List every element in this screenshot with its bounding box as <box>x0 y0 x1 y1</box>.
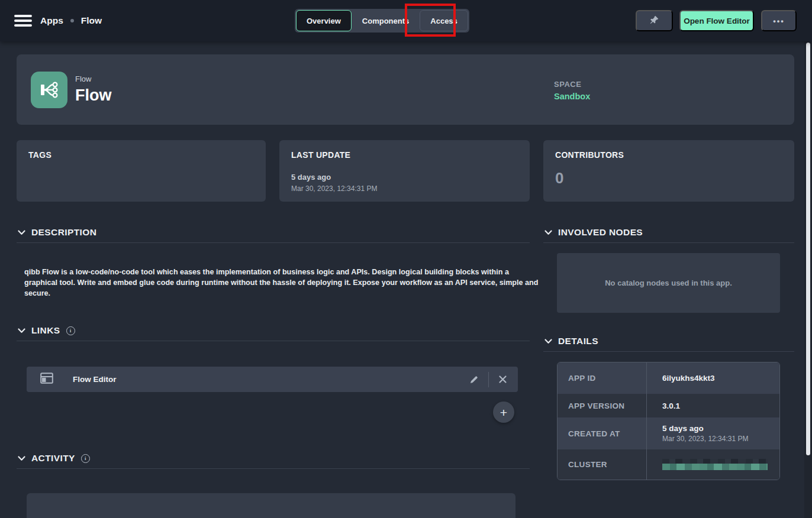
tab-access[interactable]: Access <box>420 10 468 31</box>
scrollbar-thumb[interactable] <box>806 43 810 455</box>
activity-card <box>27 493 515 518</box>
chevron-down-icon[interactable] <box>544 339 552 344</box>
detail-label-created-at: CREATED AT <box>558 417 646 449</box>
details-table: APP ID 6ilyukhs4kkt3 APP VERSION 3.0.1 C… <box>557 362 780 480</box>
redacted-cluster-value <box>662 459 768 470</box>
detail-value-created-at: 5 days ago <box>662 424 779 433</box>
involved-nodes-empty-state: No catalog nodes used in this app. <box>557 253 780 313</box>
flow-branches-icon <box>37 78 61 102</box>
breadcrumb: Apps Flow <box>40 0 102 41</box>
involved-nodes-section-header: INVOLVED NODES <box>544 227 643 238</box>
detail-value-app-version: 3.0.1 <box>662 402 779 410</box>
table-row: APP VERSION 3.0.1 <box>558 394 779 417</box>
details-title: DETAILS <box>558 336 598 347</box>
detail-label-app-version: APP VERSION <box>558 394 646 417</box>
contributors-card: CONTRIBUTORS 0 <box>543 140 794 202</box>
tab-overview[interactable]: Overview <box>296 10 352 31</box>
close-icon <box>498 375 507 384</box>
breadcrumb-current: Flow <box>81 15 102 26</box>
breadcrumb-separator-icon <box>70 19 74 22</box>
breadcrumb-apps[interactable]: Apps <box>40 15 63 26</box>
scrollbar-track[interactable] <box>804 41 812 518</box>
app-header-card: Flow Flow SPACE Sandbox <box>17 54 794 125</box>
remove-link-button[interactable] <box>497 374 508 385</box>
contributors-title: CONTRIBUTORS <box>555 150 782 160</box>
pin-button[interactable] <box>636 10 673 31</box>
tags-title: TAGS <box>28 150 254 160</box>
detail-value-created-at-timestamp: Mar 30, 2023, 12:34:31 PM <box>662 435 779 443</box>
info-icon[interactable]: i <box>81 454 90 463</box>
space-label: SPACE <box>554 80 590 89</box>
tab-components[interactable]: Components <box>352 10 420 31</box>
divider <box>17 242 530 243</box>
divider <box>543 242 794 243</box>
activity-title: ACTIVITY <box>31 453 75 464</box>
chevron-down-icon[interactable] <box>18 456 25 461</box>
description-title: DESCRIPTION <box>31 227 96 238</box>
detail-label-cluster: CLUSTER <box>558 449 646 480</box>
more-options-button[interactable]: ••• <box>761 10 797 31</box>
divider <box>17 468 530 469</box>
links-section-header: LINKS i <box>18 325 75 336</box>
link-item-flow-editor[interactable]: Flow Editor <box>27 367 518 392</box>
divider <box>17 341 530 341</box>
links-title: LINKS <box>31 325 60 336</box>
divider <box>543 351 794 352</box>
pin-icon <box>649 15 659 27</box>
menu-icon[interactable] <box>14 15 32 27</box>
edit-link-button[interactable] <box>468 374 480 386</box>
detail-value-app-id: 6ilyukhs4kkt3 <box>662 374 779 383</box>
pencil-icon <box>469 375 479 384</box>
app-type-label: Flow <box>75 75 91 83</box>
tab-group: Overview Components Access <box>295 9 469 33</box>
last-update-relative: 5 days ago <box>291 173 518 182</box>
detail-label-app-id: APP ID <box>558 362 646 394</box>
chevron-down-icon[interactable] <box>18 230 25 235</box>
tags-card: TAGS <box>17 140 266 202</box>
last-update-card: LAST UPDATE 5 days ago Mar 30, 2023, 12:… <box>279 140 530 202</box>
info-icon[interactable]: i <box>66 326 75 335</box>
window-icon <box>40 373 53 386</box>
table-row: CREATED AT 5 days ago Mar 30, 2023, 12:3… <box>558 417 779 449</box>
activity-section-header: ACTIVITY i <box>18 453 90 464</box>
contributors-count: 0 <box>555 169 782 187</box>
add-link-button[interactable]: + <box>493 402 514 423</box>
app-name-title: Flow <box>75 86 112 105</box>
vertical-separator <box>488 372 489 387</box>
space-link[interactable]: Sandbox <box>554 92 590 101</box>
involved-nodes-title: INVOLVED NODES <box>558 227 643 238</box>
description-section-header: DESCRIPTION <box>18 227 96 238</box>
chevron-down-icon[interactable] <box>18 328 25 334</box>
details-section-header: DETAILS <box>544 336 598 347</box>
table-row: APP ID 6ilyukhs4kkt3 <box>558 362 779 394</box>
description-text: qibb Flow is a low-code/no-code tool whi… <box>24 267 540 299</box>
chevron-down-icon[interactable] <box>544 230 552 235</box>
open-flow-editor-button[interactable]: Open Flow Editor <box>679 10 754 31</box>
link-label: Flow Editor <box>73 375 117 384</box>
top-navbar: Apps Flow Overview Components Access Ope… <box>0 0 812 41</box>
table-row: CLUSTER <box>558 449 779 480</box>
flow-app-icon <box>31 72 67 108</box>
last-update-timestamp: Mar 30, 2023, 12:34:31 PM <box>291 184 518 193</box>
last-update-title: LAST UPDATE <box>291 150 518 160</box>
